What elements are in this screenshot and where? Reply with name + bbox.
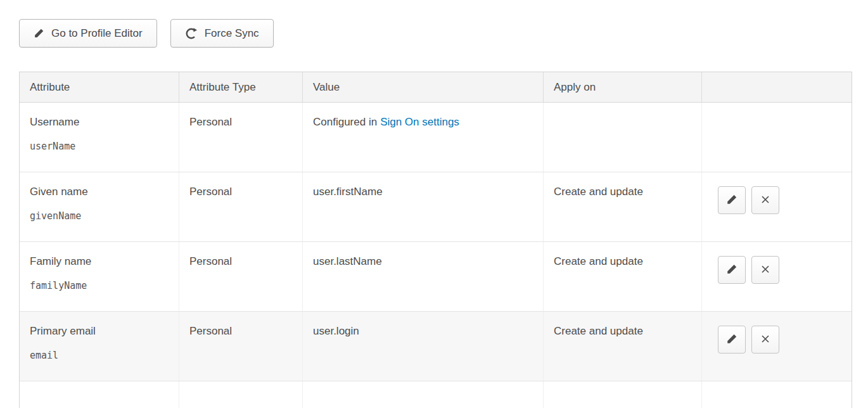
attribute-variable: userName <box>30 139 169 153</box>
attribute-type-cell: Personal <box>179 312 303 381</box>
force-sync-button[interactable]: Force Sync <box>170 19 274 48</box>
table-row <box>20 381 852 408</box>
table-header-row: Attribute Attribute Type Value Apply on <box>20 72 852 103</box>
attribute-type-cell <box>179 381 303 408</box>
table-row: Username userName Personal Configured in… <box>20 103 852 172</box>
actions-cell <box>702 103 852 172</box>
force-sync-label: Force Sync <box>205 27 259 40</box>
attribute-cell: Given name givenName <box>20 172 179 241</box>
attribute-type-cell: Personal <box>179 242 303 311</box>
pencil-icon <box>726 194 737 207</box>
go-to-profile-editor-button[interactable]: Go to Profile Editor <box>19 19 157 48</box>
attribute-label: Family name <box>30 255 169 269</box>
attribute-variable: email <box>30 348 169 362</box>
actions-cell <box>702 381 852 408</box>
attribute-type-cell: Personal <box>179 103 303 172</box>
attribute-variable: givenName <box>30 209 169 223</box>
attribute-type-cell: Personal <box>179 172 303 241</box>
header-actions <box>702 72 852 102</box>
attribute-cell: Primary email email <box>20 312 179 381</box>
remove-mapping-button[interactable] <box>751 326 779 354</box>
attribute-table: Attribute Attribute Type Value Apply on … <box>19 72 852 408</box>
remove-mapping-button[interactable] <box>751 256 779 284</box>
refresh-icon <box>185 27 198 40</box>
apply-on-cell <box>544 381 702 408</box>
edit-mapping-button[interactable] <box>718 256 746 284</box>
close-icon <box>760 264 770 276</box>
value-cell: user.login <box>303 312 544 381</box>
table-row: Primary email email Personal user.login … <box>20 312 852 381</box>
table-row: Family name familyName Personal user.las… <box>20 242 852 312</box>
apply-on-cell: Create and update <box>544 172 702 241</box>
value-cell: Configured inSign On settings <box>303 103 544 172</box>
table-row: Given name givenName Personal user.first… <box>20 172 852 242</box>
attribute-label: Primary email <box>30 324 169 338</box>
attribute-variable: familyName <box>30 279 169 293</box>
pencil-icon <box>726 333 737 347</box>
header-value: Value <box>303 72 544 102</box>
attribute-cell: Family name familyName <box>20 242 179 311</box>
value-cell <box>303 381 544 408</box>
attribute-cell: Username userName <box>20 103 179 172</box>
attribute-label: Username <box>30 115 169 129</box>
edit-mapping-button[interactable] <box>718 186 746 214</box>
apply-on-cell: Create and update <box>544 312 702 381</box>
edit-mapping-button[interactable] <box>718 326 746 354</box>
header-attribute-type: Attribute Type <box>179 72 303 102</box>
pencil-icon <box>726 264 737 277</box>
remove-mapping-button[interactable] <box>751 186 779 214</box>
attribute-label: Given name <box>30 185 169 199</box>
sign-on-settings-link[interactable]: Sign On settings <box>380 116 459 128</box>
apply-on-cell <box>544 103 702 172</box>
close-icon <box>760 194 770 207</box>
actions-cell <box>702 172 852 241</box>
actions-cell <box>702 312 852 381</box>
go-to-profile-editor-label: Go to Profile Editor <box>51 27 143 40</box>
attribute-mappings-page: Go to Profile Editor Force Sync Attribut… <box>0 0 868 408</box>
header-attribute: Attribute <box>20 72 179 102</box>
actions-cell <box>702 242 852 311</box>
value-prefix: Configured in <box>313 116 377 128</box>
value-cell: user.firstName <box>303 172 544 241</box>
toolbar: Go to Profile Editor Force Sync <box>19 19 852 48</box>
pencil-icon <box>34 28 44 39</box>
header-apply-on: Apply on <box>544 72 702 102</box>
value-cell: user.lastName <box>303 242 544 311</box>
attribute-cell <box>20 381 179 408</box>
apply-on-cell: Create and update <box>544 242 702 311</box>
close-icon <box>760 334 770 346</box>
